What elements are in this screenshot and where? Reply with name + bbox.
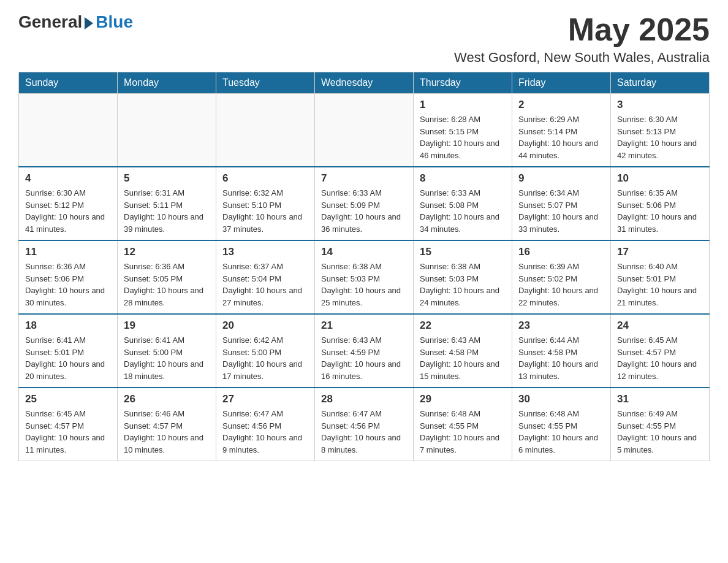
calendar-cell: 10Sunrise: 6:35 AMSunset: 5:06 PMDayligh… (611, 167, 710, 240)
day-number: 16 (518, 246, 604, 258)
day-number: 11 (25, 246, 111, 258)
day-number: 1 (420, 99, 506, 111)
day-info: Sunrise: 6:35 AMSunset: 5:06 PMDaylight:… (617, 187, 703, 235)
day-number: 13 (222, 246, 308, 258)
day-info: Sunrise: 6:36 AMSunset: 5:05 PMDaylight:… (124, 261, 210, 308)
day-number: 31 (617, 393, 703, 405)
day-info: Sunrise: 6:49 AMSunset: 4:55 PMDaylight:… (617, 408, 703, 456)
calendar-header-wednesday: Wednesday (315, 72, 414, 94)
calendar-header-friday: Friday (512, 72, 611, 94)
day-info: Sunrise: 6:45 AMSunset: 4:57 PMDaylight:… (25, 408, 111, 456)
day-info: Sunrise: 6:33 AMSunset: 5:08 PMDaylight:… (420, 187, 506, 235)
calendar-cell (216, 94, 315, 167)
day-number: 2 (518, 99, 604, 111)
day-info: Sunrise: 6:31 AMSunset: 5:11 PMDaylight:… (124, 187, 210, 235)
day-info: Sunrise: 6:30 AMSunset: 5:12 PMDaylight:… (25, 187, 111, 235)
day-number: 30 (518, 393, 604, 405)
calendar-cell: 28Sunrise: 6:47 AMSunset: 4:56 PMDayligh… (315, 388, 414, 461)
calendar-cell: 7Sunrise: 6:33 AMSunset: 5:09 PMDaylight… (315, 167, 414, 240)
calendar-cell: 5Sunrise: 6:31 AMSunset: 5:11 PMDaylight… (118, 167, 216, 240)
day-number: 15 (420, 246, 506, 258)
day-number: 21 (321, 320, 407, 332)
day-number: 20 (222, 320, 308, 332)
day-number: 18 (25, 320, 111, 332)
day-number: 24 (617, 320, 703, 332)
logo-blue-text: Blue (96, 12, 133, 32)
day-number: 10 (617, 172, 703, 185)
day-info: Sunrise: 6:39 AMSunset: 5:02 PMDaylight:… (518, 261, 604, 308)
calendar-cell: 13Sunrise: 6:37 AMSunset: 5:04 PMDayligh… (216, 240, 315, 314)
calendar-week-row: 4Sunrise: 6:30 AMSunset: 5:12 PMDaylight… (19, 167, 710, 240)
day-number: 12 (124, 246, 210, 258)
calendar-cell: 31Sunrise: 6:49 AMSunset: 4:55 PMDayligh… (611, 388, 710, 461)
calendar-cell: 29Sunrise: 6:48 AMSunset: 4:55 PMDayligh… (414, 388, 512, 461)
calendar-cell (118, 94, 216, 167)
calendar-week-row: 18Sunrise: 6:41 AMSunset: 5:01 PMDayligh… (19, 314, 710, 388)
calendar-week-row: 11Sunrise: 6:36 AMSunset: 5:06 PMDayligh… (19, 240, 710, 314)
calendar-cell (19, 94, 118, 167)
day-info: Sunrise: 6:42 AMSunset: 5:00 PMDaylight:… (222, 334, 308, 382)
day-info: Sunrise: 6:29 AMSunset: 5:14 PMDaylight:… (518, 113, 604, 161)
day-info: Sunrise: 6:37 AMSunset: 5:04 PMDaylight:… (222, 261, 308, 308)
day-number: 17 (617, 246, 703, 258)
day-info: Sunrise: 6:32 AMSunset: 5:10 PMDaylight:… (222, 187, 308, 235)
day-number: 14 (321, 246, 407, 258)
calendar-cell: 2Sunrise: 6:29 AMSunset: 5:14 PMDaylight… (512, 94, 611, 167)
day-info: Sunrise: 6:38 AMSunset: 5:03 PMDaylight:… (321, 261, 407, 308)
day-info: Sunrise: 6:43 AMSunset: 4:58 PMDaylight:… (420, 334, 506, 382)
day-number: 6 (222, 172, 308, 185)
day-info: Sunrise: 6:40 AMSunset: 5:01 PMDaylight:… (617, 261, 703, 308)
calendar-cell: 24Sunrise: 6:45 AMSunset: 4:57 PMDayligh… (611, 314, 710, 388)
day-number: 5 (124, 172, 210, 185)
calendar-cell: 16Sunrise: 6:39 AMSunset: 5:02 PMDayligh… (512, 240, 611, 314)
day-info: Sunrise: 6:34 AMSunset: 5:07 PMDaylight:… (518, 187, 604, 235)
calendar-cell: 8Sunrise: 6:33 AMSunset: 5:08 PMDaylight… (414, 167, 512, 240)
day-number: 4 (25, 172, 111, 185)
day-info: Sunrise: 6:41 AMSunset: 5:00 PMDaylight:… (124, 334, 210, 382)
calendar-header-thursday: Thursday (414, 72, 512, 94)
day-number: 7 (321, 172, 407, 185)
day-info: Sunrise: 6:30 AMSunset: 5:13 PMDaylight:… (617, 113, 703, 161)
day-number: 26 (124, 393, 210, 405)
calendar-cell: 23Sunrise: 6:44 AMSunset: 4:58 PMDayligh… (512, 314, 611, 388)
logo: General Blue (18, 12, 133, 32)
location-title: West Gosford, New South Wales, Australia (454, 50, 710, 66)
calendar-cell: 25Sunrise: 6:45 AMSunset: 4:57 PMDayligh… (19, 388, 118, 461)
day-info: Sunrise: 6:41 AMSunset: 5:01 PMDaylight:… (25, 334, 111, 382)
calendar-cell: 1Sunrise: 6:28 AMSunset: 5:15 PMDaylight… (414, 94, 512, 167)
calendar-cell: 20Sunrise: 6:42 AMSunset: 5:00 PMDayligh… (216, 314, 315, 388)
day-number: 22 (420, 320, 506, 332)
calendar-week-row: 25Sunrise: 6:45 AMSunset: 4:57 PMDayligh… (19, 388, 710, 461)
title-section: May 2025 West Gosford, New South Wales, … (454, 12, 710, 66)
day-number: 29 (420, 393, 506, 405)
calendar-cell: 26Sunrise: 6:46 AMSunset: 4:57 PMDayligh… (118, 388, 216, 461)
calendar-cell: 21Sunrise: 6:43 AMSunset: 4:59 PMDayligh… (315, 314, 414, 388)
calendar-cell: 19Sunrise: 6:41 AMSunset: 5:00 PMDayligh… (118, 314, 216, 388)
day-info: Sunrise: 6:48 AMSunset: 4:55 PMDaylight:… (420, 408, 506, 456)
day-info: Sunrise: 6:33 AMSunset: 5:09 PMDaylight:… (321, 187, 407, 235)
calendar-week-row: 1Sunrise: 6:28 AMSunset: 5:15 PMDaylight… (19, 94, 710, 167)
calendar-cell: 6Sunrise: 6:32 AMSunset: 5:10 PMDaylight… (216, 167, 315, 240)
calendar-table: SundayMondayTuesdayWednesdayThursdayFrid… (18, 72, 710, 461)
logo-arrow-icon (85, 17, 93, 29)
day-info: Sunrise: 6:44 AMSunset: 4:58 PMDaylight:… (518, 334, 604, 382)
calendar-header-saturday: Saturday (611, 72, 710, 94)
page-header: General Blue May 2025 West Gosford, New … (18, 12, 710, 66)
calendar-cell: 30Sunrise: 6:48 AMSunset: 4:55 PMDayligh… (512, 388, 611, 461)
day-info: Sunrise: 6:48 AMSunset: 4:55 PMDaylight:… (518, 408, 604, 456)
calendar-cell: 11Sunrise: 6:36 AMSunset: 5:06 PMDayligh… (19, 240, 118, 314)
day-number: 8 (420, 172, 506, 185)
day-number: 19 (124, 320, 210, 332)
day-number: 23 (518, 320, 604, 332)
day-number: 9 (518, 172, 604, 185)
day-info: Sunrise: 6:36 AMSunset: 5:06 PMDaylight:… (25, 261, 111, 308)
calendar-header-tuesday: Tuesday (216, 72, 315, 94)
day-number: 27 (222, 393, 308, 405)
day-number: 28 (321, 393, 407, 405)
day-info: Sunrise: 6:46 AMSunset: 4:57 PMDaylight:… (124, 408, 210, 456)
calendar-cell: 18Sunrise: 6:41 AMSunset: 5:01 PMDayligh… (19, 314, 118, 388)
day-info: Sunrise: 6:43 AMSunset: 4:59 PMDaylight:… (321, 334, 407, 382)
logo-general-text: General (18, 12, 82, 32)
calendar-cell: 4Sunrise: 6:30 AMSunset: 5:12 PMDaylight… (19, 167, 118, 240)
calendar-cell: 22Sunrise: 6:43 AMSunset: 4:58 PMDayligh… (414, 314, 512, 388)
